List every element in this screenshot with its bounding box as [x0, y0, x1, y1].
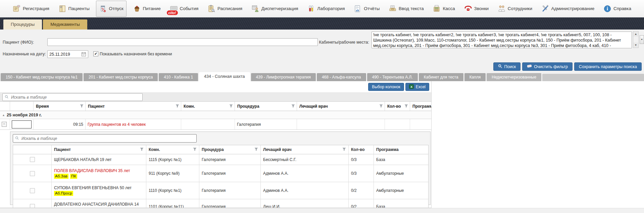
- column-header-program[interactable]: Программа: [410, 102, 432, 111]
- date-group-row[interactable]: ▴ 25 ноября 2019 г.: [0, 111, 432, 119]
- tab-medications[interactable]: Медикаменты: [43, 19, 87, 30]
- toolbar-item-patients[interactable]: 2 Пациенты: [56, 1, 92, 16]
- row-select-cell[interactable]: [13, 199, 52, 208]
- cabinets-scrollbar[interactable]: ▲ ▼: [633, 31, 639, 48]
- cabinet-tab-468[interactable]: 468 - Альфа-капсула: [317, 73, 366, 81]
- subscription-badge: Аб.Зав: [54, 174, 68, 179]
- patient-input[interactable]: [47, 38, 318, 46]
- column-header-count[interactable]: Кол-во: [349, 145, 374, 154]
- edit-box[interactable]: [12, 120, 32, 128]
- column-header-patient[interactable]: Пациент: [86, 102, 181, 111]
- cabinet-tab-150[interactable]: 150 - Кабинет мед.сестры корпуса №1: [1, 73, 83, 81]
- cell-count: [385, 119, 410, 129]
- row-select-cell[interactable]: [13, 165, 52, 182]
- filter-icon[interactable]: [254, 147, 258, 152]
- filter-icon[interactable]: [404, 104, 408, 109]
- toolbar-item-calls[interactable]: Звонки: [461, 1, 492, 16]
- column-header-time[interactable]: Время: [34, 102, 86, 111]
- cabinet-tab-434-active[interactable]: 434 - Соляная шахта: [199, 72, 250, 81]
- column-header-procedure[interactable]: Процедура: [199, 145, 261, 154]
- toolbar-item-laboratory[interactable]: Лаборатория: [304, 1, 347, 16]
- calendar-icon[interactable]: [82, 52, 86, 58]
- toolbar-item-label: Касса: [443, 6, 455, 11]
- row-select-cell[interactable]: [13, 154, 52, 165]
- nutrition-icon: [133, 5, 141, 13]
- show-without-time-checkbox[interactable]: ✔: [93, 51, 98, 56]
- patient-row[interactable]: ПОЛЕВ ВЛАДИСЛАВ ПАВЛОВИЧ 35 лет Аб.Зав П…: [13, 165, 428, 182]
- cabinet-tab-test[interactable]: Кабинет для теста: [419, 73, 463, 81]
- toolbar-item-administration[interactable]: Администрирование: [539, 1, 597, 16]
- toolbar-item-text-entry[interactable]: Ввод текста: [386, 1, 427, 16]
- collapse-row-icon[interactable]: −: [2, 122, 7, 127]
- cell-patient: СУПОВА ЕВГЕНИЯ ЕВГЕНЬЕВНА 50 лет Аб.Прос…: [52, 182, 146, 199]
- excel-export-button[interactable]: X Excel: [405, 83, 429, 91]
- row-checkbox[interactable]: [30, 171, 35, 176]
- toolbar-item-registration[interactable]: Регистрация: [10, 1, 52, 16]
- cabinet-tab-410[interactable]: 410 - Кабинка 1: [159, 73, 198, 81]
- group-appointment-row[interactable]: − 09:15 Группа пациентов из 4 человек Га…: [0, 119, 432, 130]
- toolbar-item-dispatch[interactable]: Диспетчеризация: [249, 1, 301, 16]
- column-header-patient[interactable]: Пациент: [52, 145, 146, 154]
- toolbar-item-help[interactable]: Справка: [601, 1, 634, 16]
- row-checkbox[interactable]: [30, 157, 35, 162]
- grid-toolbar: Выбор колонок X Excel: [368, 83, 429, 91]
- cabinet-tab-kaplya[interactable]: Капля: [464, 73, 486, 81]
- filter-icon[interactable]: [229, 104, 233, 109]
- row-edit-cell[interactable]: [10, 119, 34, 129]
- filter-icon[interactable]: [140, 147, 144, 152]
- search-button[interactable]: Поиск: [493, 62, 521, 71]
- row-expander-cell[interactable]: −: [0, 119, 10, 129]
- column-header-room[interactable]: Комн.: [146, 145, 199, 154]
- column-header-program[interactable]: Программа: [374, 145, 428, 154]
- filter-icon[interactable]: [80, 104, 84, 109]
- cabinets-input[interactable]: !не трогать кабинет, !не трогать кабинет…: [371, 32, 632, 48]
- filter-icon[interactable]: [176, 104, 179, 109]
- filter-icon[interactable]: [291, 104, 295, 109]
- outer-search-row: [0, 92, 431, 102]
- patient-row[interactable]: ДОВЛАТЕНКО АНАСТАСИЯ ДАНИЛОВНА 14 лет 11…: [13, 199, 428, 208]
- bottom-strip: [0, 208, 644, 213]
- filter-icon[interactable]: [342, 147, 346, 152]
- toolbar-item-dispense[interactable]: Отпуск: [96, 1, 127, 17]
- outer-table-search[interactable]: [2, 93, 143, 101]
- outer-table-search-input[interactable]: [10, 95, 140, 100]
- toolbar-item-schedules[interactable]: Расписания: [205, 1, 245, 16]
- toolbar-item-events[interactable]: События cito!: [167, 1, 201, 16]
- clear-filter-button[interactable]: Очистить фильтр: [522, 62, 573, 71]
- row-checkbox[interactable]: [30, 204, 35, 208]
- toolbar-item-cashdesk[interactable]: Касса: [430, 1, 457, 16]
- cabinet-tab-490[interactable]: 490 - Терентьева А.Л.: [367, 73, 418, 81]
- toolbar-item-staff[interactable]: Сотрудники: [495, 1, 535, 16]
- tab-procedures[interactable]: Процедуры: [3, 19, 42, 30]
- cito-badge: cito!: [166, 10, 178, 15]
- cell-count: 0/2: [349, 199, 374, 208]
- column-header-procedure[interactable]: Процедура: [235, 102, 297, 111]
- column-header-room[interactable]: Комн.: [181, 102, 235, 111]
- cabinets-dropdown-icon[interactable]: ▼: [640, 35, 644, 44]
- inner-table-search[interactable]: [13, 134, 197, 143]
- cabinet-tab-439[interactable]: 439 - Лимфотропная терапия: [251, 73, 316, 81]
- toolbar-item-label: Администрирование: [551, 6, 595, 11]
- cell-patient: ЩЕРБАКОВА НАТАЛЬЯ 19 лет: [52, 154, 146, 165]
- filter-icon[interactable]: [193, 147, 197, 152]
- patient-row[interactable]: СУПОВА ЕВГЕНИЯ ЕВГЕНЬЕВНА 50 лет Аб.Прос…: [13, 182, 428, 199]
- cabinet-tab-undispatched[interactable]: Недиспетчеризованные: [487, 73, 541, 81]
- cabinet-tab-201[interactable]: 201 - Кабинет мед.сестры корпуса: [84, 73, 158, 81]
- inner-table-search-input[interactable]: [21, 136, 194, 141]
- filter-icon[interactable]: [379, 104, 383, 109]
- save-search-params-button[interactable]: Сохранить параметры поиска: [574, 62, 642, 71]
- choose-columns-button[interactable]: Выбор колонок: [368, 83, 404, 91]
- column-header-doctor[interactable]: Лечащий врач: [261, 145, 349, 154]
- patient-row[interactable]: ЩЕРБАКОВА НАТАЛЬЯ 19 лет 1115 (Корпус №1…: [13, 154, 428, 165]
- row-checkbox[interactable]: [30, 188, 35, 193]
- scroll-up-icon[interactable]: ▲: [633, 32, 638, 37]
- collapse-triangle-icon[interactable]: ▴: [3, 113, 4, 117]
- column-header-doctor[interactable]: Лечащий врач: [297, 102, 385, 111]
- toolbar-item-reports[interactable]: Отчёты: [351, 1, 382, 16]
- inner-table: Пациент Комн. Процедура Лечащий врач Кол…: [13, 145, 429, 208]
- cell-room: 1110 (Корпус №1): [146, 182, 199, 199]
- row-select-cell[interactable]: [13, 182, 52, 199]
- column-header-count[interactable]: Кол-во: [385, 102, 410, 111]
- toolbar-item-nutrition[interactable]: Питание: [130, 1, 163, 16]
- scroll-down-icon[interactable]: ▼: [633, 43, 638, 48]
